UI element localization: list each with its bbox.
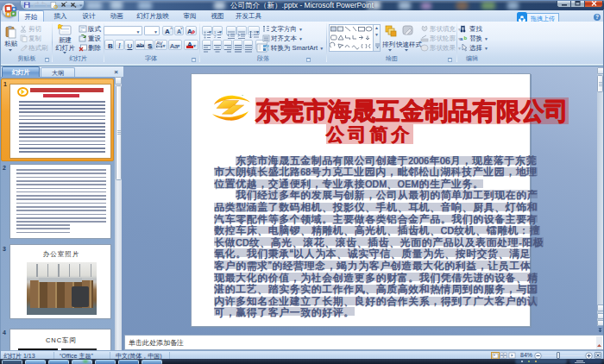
svg-text:a: a [460,36,463,41]
svg-text:b: b [464,35,468,41]
svg-text:2: 2 [214,35,217,39]
